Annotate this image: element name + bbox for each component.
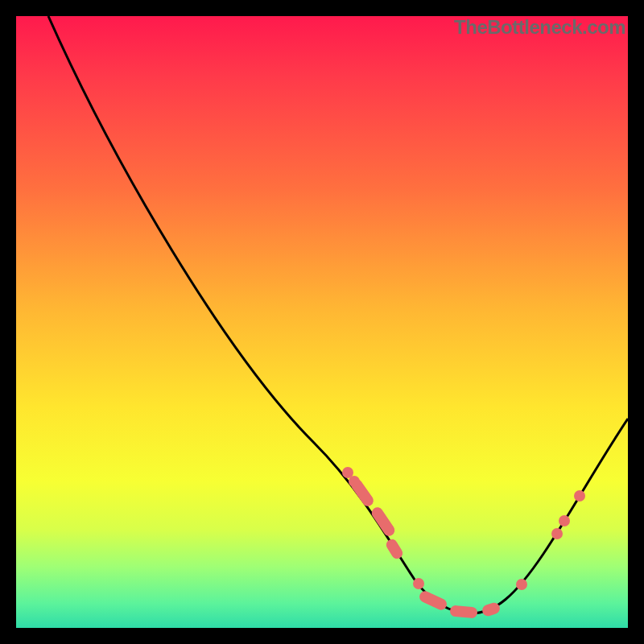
chart-canvas: TheBottleneck.com xyxy=(0,0,644,644)
bottleneck-curve xyxy=(48,16,628,613)
dot-3 xyxy=(516,579,527,590)
dot-5 xyxy=(559,515,570,526)
dot-6 xyxy=(574,490,585,502)
marker-bars xyxy=(349,477,501,618)
bar-4 xyxy=(449,605,477,619)
bar-1 xyxy=(369,506,397,539)
dot-4 xyxy=(551,528,563,539)
dot-1 xyxy=(349,476,360,487)
dot-2 xyxy=(413,578,424,589)
curve-svg xyxy=(16,16,628,628)
bar-3 xyxy=(418,589,449,612)
marker-dots xyxy=(342,467,585,590)
bar-2 xyxy=(384,537,405,560)
plot-area: TheBottleneck.com xyxy=(16,16,628,628)
